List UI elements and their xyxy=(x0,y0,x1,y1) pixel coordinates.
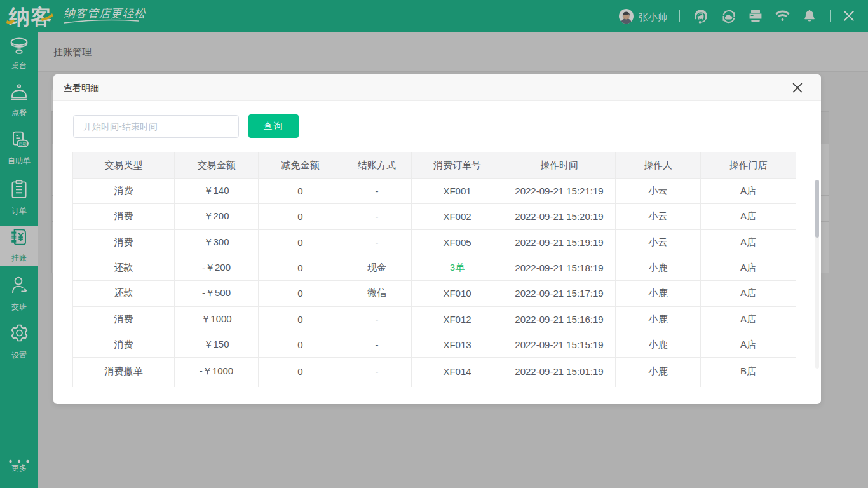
svg-text:自助: 自助 xyxy=(19,142,27,146)
